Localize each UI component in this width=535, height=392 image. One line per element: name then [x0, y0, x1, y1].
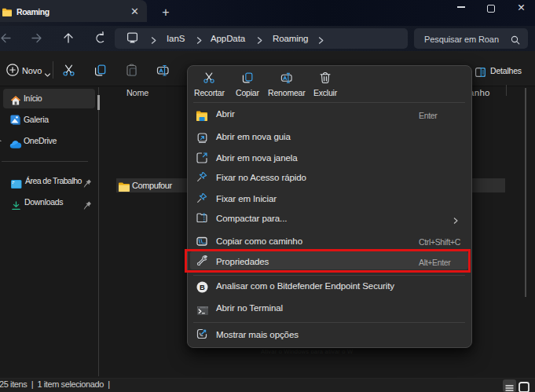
svg-text:B: B	[200, 283, 205, 291]
